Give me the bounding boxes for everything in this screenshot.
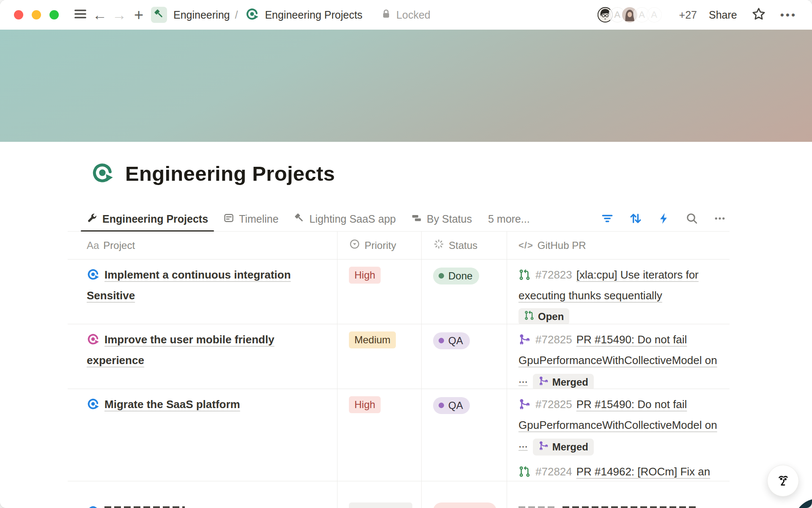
avatar-initial[interactable]: A xyxy=(639,9,645,20)
table-row[interactable]: Improve the user mobile friendly experie… xyxy=(68,324,730,389)
more-button[interactable] xyxy=(713,212,726,226)
clipped-status-tag[interactable] xyxy=(433,502,497,508)
status-cell[interactable] xyxy=(421,481,507,508)
page-icon[interactable] xyxy=(91,161,114,186)
status-dot-icon[interactable] xyxy=(439,273,444,279)
column-label[interactable]: Priority xyxy=(365,240,396,251)
column-header-project[interactable]: AaProject xyxy=(68,232,337,260)
breadcrumb-parent[interactable]: Engineering xyxy=(173,9,230,21)
more-options-button[interactable]: ••• xyxy=(780,8,797,22)
notion-ai-button[interactable] xyxy=(767,465,799,497)
project-cell[interactable] xyxy=(68,481,337,508)
avatar-overflow-count[interactable]: +27 xyxy=(679,9,697,21)
priority-cell[interactable]: High xyxy=(337,260,421,324)
priority-cell[interactable]: High xyxy=(337,389,421,481)
automations-button[interactable] xyxy=(658,212,670,226)
more-icon[interactable] xyxy=(713,212,726,226)
iteration-cycle-icon[interactable] xyxy=(87,505,99,508)
column-label[interactable]: GitHub PR xyxy=(538,240,586,251)
status-dot-icon[interactable] xyxy=(439,338,444,343)
priority-tag[interactable]: High xyxy=(349,396,381,413)
page-title[interactable]: Engineering Projects xyxy=(125,162,335,185)
pr-merge-icon[interactable] xyxy=(538,441,549,453)
status-cell[interactable]: QA xyxy=(421,324,507,389)
partial-row[interactable] xyxy=(68,481,730,508)
project-page-link[interactable]: Improve the user mobile friendly experie… xyxy=(87,333,274,367)
status-dot-icon[interactable] xyxy=(439,403,444,408)
pr-open-icon[interactable] xyxy=(524,310,534,323)
automations-icon[interactable] xyxy=(658,212,670,226)
pr-merge-icon[interactable] xyxy=(518,332,530,351)
tab-lighting-saas-app[interactable]: Lighting SaaS app xyxy=(288,207,402,231)
project-page-link[interactable]: Migrate the SaaS platform xyxy=(104,398,240,411)
close-button[interactable] xyxy=(14,10,23,19)
table-row[interactable]: Migrate the SaaS platformHighQA#72825PR … xyxy=(68,389,730,481)
tab-label[interactable]: Lighting SaaS app xyxy=(310,213,396,225)
sort-icon[interactable] xyxy=(629,212,642,227)
status-tag[interactable]: Done xyxy=(433,268,479,284)
status-label[interactable]: Done xyxy=(448,267,472,285)
tab-label[interactable]: By Status xyxy=(427,213,472,225)
status-label[interactable]: QA xyxy=(448,331,463,350)
priority-label[interactable]: Medium xyxy=(354,331,390,349)
priority-tag[interactable]: Medium xyxy=(349,331,396,348)
code-icon[interactable]: </> xyxy=(518,240,533,251)
pr-state-badge[interactable]: Merged xyxy=(533,374,594,389)
column-label[interactable]: Status xyxy=(449,240,477,251)
title-icon[interactable]: Aa xyxy=(87,240,99,251)
pr-merge-icon[interactable] xyxy=(538,376,549,389)
iteration-cycle-icon[interactable] xyxy=(87,332,99,351)
avatar[interactable]: A xyxy=(645,6,663,24)
status-tag[interactable]: QA xyxy=(433,332,470,349)
pr-open-icon[interactable] xyxy=(518,464,530,481)
column-header-priority[interactable]: Priority xyxy=(337,232,421,260)
pr-state-label[interactable]: Merged xyxy=(552,441,588,453)
pr-open-icon[interactable] xyxy=(518,268,530,286)
pr-state-badge[interactable]: Open xyxy=(518,308,569,324)
github-pr-cell[interactable] xyxy=(507,481,730,508)
pr-merge-icon[interactable] xyxy=(518,397,530,416)
priority-label[interactable]: High xyxy=(354,266,375,284)
timeline-icon[interactable] xyxy=(223,213,234,226)
pr-number[interactable]: #72825 xyxy=(535,398,572,411)
sort-button[interactable] xyxy=(629,212,642,227)
more-views-button[interactable]: 5 more... xyxy=(488,213,530,225)
share-button[interactable]: Share xyxy=(709,9,737,21)
new-page-button[interactable]: + xyxy=(129,5,148,25)
iteration-cycle-icon[interactable] xyxy=(87,268,99,286)
project-cell[interactable]: Migrate the SaaS platform xyxy=(68,389,337,481)
pr-state-badge[interactable]: Merged xyxy=(533,439,594,456)
status-cell[interactable]: Done xyxy=(421,260,507,324)
pr-mention[interactable]: #72825PR #15490: Do not fail GpuPerforma… xyxy=(518,395,719,456)
filter-button[interactable] xyxy=(601,212,614,226)
filter-icon[interactable] xyxy=(601,212,614,226)
column-label[interactable]: Project xyxy=(103,240,135,251)
github-pr-cell[interactable]: #72823[xla:cpu] Use iterators for execut… xyxy=(507,260,730,324)
project-page-link[interactable]: Implement a continuous integration Sensi… xyxy=(87,268,291,302)
search-icon[interactable] xyxy=(686,212,698,226)
lock-status[interactable]: Locked xyxy=(380,8,431,22)
github-pr-cell[interactable]: #72825PR #15490: Do not fail GpuPerforma… xyxy=(507,389,730,481)
status-icon[interactable] xyxy=(433,238,444,252)
hammer-icon[interactable] xyxy=(294,213,305,226)
project-cell[interactable]: Implement a continuous integration Sensi… xyxy=(68,260,337,324)
status-label[interactable]: QA xyxy=(448,396,463,415)
tab-by-status[interactable]: By Status xyxy=(405,207,478,231)
priority-cell[interactable] xyxy=(337,481,421,508)
avatar-initial[interactable]: A xyxy=(651,9,657,20)
status-cell[interactable]: QA xyxy=(421,389,507,481)
tab-label[interactable]: Timeline xyxy=(239,213,279,225)
pr-state-badge-row[interactable]: Open xyxy=(518,307,719,324)
clipped-project-text[interactable] xyxy=(104,506,185,508)
clipped-pr-text[interactable] xyxy=(518,506,557,508)
tab-timeline[interactable]: Timeline xyxy=(217,207,285,231)
github-pr-cell[interactable]: #72825PR #15490: Do not fail GpuPerforma… xyxy=(507,324,730,389)
pr-number[interactable]: #72824 xyxy=(535,465,572,478)
pr-mention[interactable]: #72823[xla:cpu] Use iterators for execut… xyxy=(518,265,719,324)
clipped-priority-tag[interactable] xyxy=(349,502,412,508)
pr-state-label[interactable]: Open xyxy=(538,311,564,323)
minimize-button[interactable] xyxy=(32,10,41,19)
iteration-cycle-icon[interactable] xyxy=(87,397,99,416)
table-row[interactable]: Implement a continuous integration Sensi… xyxy=(68,260,730,324)
favorite-button[interactable] xyxy=(749,5,768,25)
